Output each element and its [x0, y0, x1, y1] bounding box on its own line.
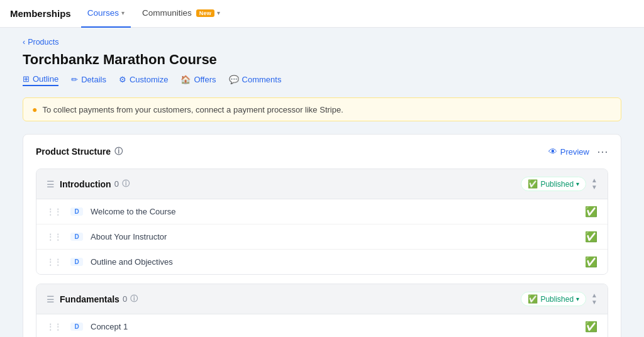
- check-circle-icon: ✅: [528, 294, 538, 304]
- comments-icon: 💬: [229, 75, 239, 84]
- section-header-introduction: ☰ Introduction 0 ⓘ ✅ Published ▾ ▲: [36, 169, 608, 199]
- alert-icon: ●: [32, 104, 37, 114]
- tab-comments-label: Comments: [242, 75, 282, 84]
- more-options-button[interactable]: ⋯: [597, 145, 608, 158]
- published-button-introduction[interactable]: ✅ Published ▾: [521, 177, 586, 191]
- item-drag-icon: ⋮⋮: [47, 233, 62, 241]
- breadcrumb-label: Products: [28, 38, 58, 47]
- tab-comments[interactable]: 💬 Comments: [229, 75, 282, 86]
- new-badge: New: [196, 9, 214, 17]
- published-label: Published: [540, 295, 574, 304]
- list-item[interactable]: ⋮⋮ D Welcome to the Course ✅: [36, 199, 608, 224]
- item-drag-icon: ⋮⋮: [47, 323, 62, 331]
- item-status-icon: ✅: [585, 256, 597, 268]
- page-title: Torchbankz Marathon Course: [23, 52, 621, 68]
- structure-info-icon: ⓘ: [114, 146, 123, 157]
- tab-offers-label: Offers: [194, 75, 216, 84]
- structure-header: Product Structure ⓘ 👁 Preview ⋯: [36, 145, 608, 158]
- section-title-introduction: Introduction 0 ⓘ: [60, 179, 130, 189]
- sub-nav: ⊞ Outline ✏ Details ⚙ Customize 🏠 Offers…: [23, 74, 621, 86]
- structure-title: Product Structure ⓘ: [36, 146, 123, 157]
- details-icon: ✏: [71, 75, 78, 84]
- nav-communities-label: Communities: [142, 8, 192, 18]
- section-info-icon: ⓘ: [122, 179, 130, 189]
- section-title-fundamentals: Fundamentals 0 ⓘ: [60, 294, 138, 304]
- tab-details-label: Details: [81, 75, 106, 84]
- section-introduction: ☰ Introduction 0 ⓘ ✅ Published ▾ ▲: [36, 168, 608, 275]
- section-count: 0: [114, 179, 119, 189]
- arrow-down-icon: ▼: [591, 299, 597, 306]
- alert-text: To collect payments from your customers,…: [42, 105, 343, 114]
- section-info-icon: ⓘ: [130, 294, 138, 304]
- preview-button[interactable]: 👁 Preview: [548, 146, 589, 157]
- published-chevron-icon: ▾: [576, 296, 579, 302]
- tab-outline[interactable]: ⊞ Outline: [23, 74, 58, 86]
- list-item[interactable]: ⋮⋮ D Concept 1 ✅: [36, 314, 608, 337]
- nav-communities[interactable]: Communities New ▾: [136, 0, 226, 28]
- list-item[interactable]: ⋮⋮ D Outline and Objectives ✅: [36, 250, 608, 274]
- preview-label: Preview: [560, 147, 589, 157]
- item-status-icon: ✅: [585, 231, 597, 243]
- list-item[interactable]: ⋮⋮ D About Your Instructor ✅: [36, 224, 608, 250]
- section-fundamentals: ☰ Fundamentals 0 ⓘ ✅ Published ▾ ▲: [36, 284, 608, 337]
- breadcrumb-arrow: ‹: [23, 38, 25, 47]
- outline-icon: ⊞: [23, 74, 30, 84]
- item-drag-icon: ⋮⋮: [47, 258, 62, 267]
- sort-arrows-fundamentals[interactable]: ▲ ▼: [591, 292, 597, 306]
- nav-communities-chevron: ▾: [217, 9, 220, 16]
- eye-icon: 👁: [548, 146, 557, 157]
- structure-card: Product Structure ⓘ 👁 Preview ⋯ ☰ Introd…: [23, 134, 621, 337]
- top-nav: Memberships Courses ▾ Communities New ▾: [0, 0, 644, 28]
- tab-offers[interactable]: 🏠 Offers: [180, 75, 216, 86]
- brand-logo: Memberships: [10, 8, 71, 19]
- sort-arrows-introduction[interactable]: ▲ ▼: [591, 177, 597, 191]
- nav-courses-chevron: ▾: [121, 9, 125, 16]
- item-name: Outline and Objectives: [91, 257, 585, 267]
- section-right-introduction: ✅ Published ▾ ▲ ▼: [521, 177, 597, 191]
- breadcrumb[interactable]: ‹ Products: [23, 38, 621, 47]
- arrow-up-icon: ▲: [591, 292, 597, 299]
- published-button-fundamentals[interactable]: ✅ Published ▾: [521, 292, 586, 306]
- item-status-icon: ✅: [585, 206, 597, 218]
- section-name-text: Fundamentals: [60, 294, 119, 304]
- tab-outline-label: Outline: [33, 74, 58, 84]
- tab-details[interactable]: ✏ Details: [71, 75, 106, 86]
- offers-icon: 🏠: [180, 75, 191, 84]
- section-left-fundamentals: ☰ Fundamentals 0 ⓘ: [47, 294, 138, 304]
- item-status-icon: ✅: [585, 321, 597, 333]
- section-header-fundamentals: ☰ Fundamentals 0 ⓘ ✅ Published ▾ ▲: [36, 284, 608, 314]
- section-count: 0: [123, 294, 127, 304]
- drag-handle-icon[interactable]: ☰: [47, 179, 55, 189]
- tab-customize[interactable]: ⚙ Customize: [119, 75, 168, 86]
- published-label: Published: [540, 180, 574, 189]
- item-drag-icon: ⋮⋮: [47, 207, 62, 216]
- structure-title-text: Product Structure: [36, 146, 111, 157]
- alert-banner: ● To collect payments from your customer…: [23, 97, 621, 121]
- arrow-up-icon: ▲: [591, 177, 597, 184]
- item-name: About Your Instructor: [91, 232, 585, 241]
- item-type-badge: D: [70, 323, 83, 331]
- drag-handle-icon[interactable]: ☰: [47, 294, 55, 304]
- nav-courses[interactable]: Courses ▾: [81, 0, 131, 28]
- item-type-badge: D: [70, 207, 83, 216]
- check-circle-icon: ✅: [528, 179, 538, 189]
- page-content: ‹ Products Torchbankz Marathon Course ⊞ …: [8, 28, 636, 337]
- item-name: Concept 1: [91, 322, 585, 331]
- item-name: Welcome to the Course: [91, 207, 585, 216]
- nav-courses-label: Courses: [87, 8, 119, 18]
- section-name-text: Introduction: [60, 179, 111, 189]
- section-left-introduction: ☰ Introduction 0 ⓘ: [47, 179, 130, 189]
- arrow-down-icon: ▼: [591, 184, 597, 191]
- customize-icon: ⚙: [119, 75, 126, 84]
- item-type-badge: D: [70, 258, 83, 266]
- section-right-fundamentals: ✅ Published ▾ ▲ ▼: [521, 292, 597, 306]
- item-type-badge: D: [70, 233, 83, 241]
- structure-actions: 👁 Preview ⋯: [548, 145, 608, 158]
- tab-customize-label: Customize: [130, 75, 168, 84]
- published-chevron-icon: ▾: [576, 180, 579, 187]
